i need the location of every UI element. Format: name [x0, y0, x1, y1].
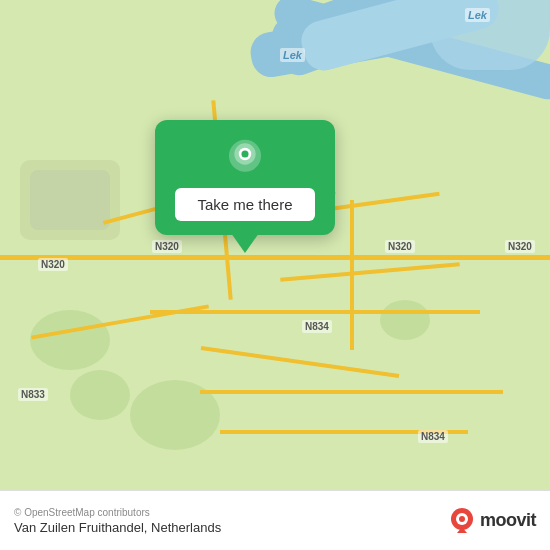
- map-container: Lek Lek N320 N320 N320 N320 N834 N834 N8…: [0, 0, 550, 490]
- location-name: Van Zuilen Fruithandel, Netherlands: [14, 520, 221, 535]
- road-label-n834-center: N834: [302, 320, 332, 333]
- lek-label-top: Lek: [280, 48, 305, 62]
- road-n320-h2: [150, 310, 480, 314]
- moovit-text: moovit: [480, 510, 536, 531]
- take-me-there-button[interactable]: Take me there: [175, 188, 315, 221]
- popup-card: Take me there: [155, 120, 335, 235]
- green-area-4: [380, 300, 430, 340]
- bottom-bar: © OpenStreetMap contributors Van Zuilen …: [0, 490, 550, 550]
- road-label-n320-center: N320: [152, 240, 182, 253]
- road-label-n320-right: N320: [385, 240, 415, 253]
- lek-label-right: Lek: [465, 8, 490, 22]
- road-label-n833: N833: [18, 388, 48, 401]
- moovit-logo: moovit: [448, 507, 536, 535]
- urban-cluster: [30, 170, 110, 230]
- location-pin-icon: [225, 138, 265, 178]
- svg-point-7: [459, 516, 465, 522]
- road-label-n834-bottom: N834: [418, 430, 448, 443]
- road-n834-h: [200, 390, 503, 394]
- green-area-2: [70, 370, 130, 420]
- green-area-1: [30, 310, 110, 370]
- moovit-icon: [448, 507, 476, 535]
- road-n320-horizontal: [0, 255, 550, 260]
- road-label-n320-left: N320: [38, 258, 68, 271]
- road-label-n320-far-right: N320: [505, 240, 535, 253]
- svg-point-3: [241, 150, 248, 157]
- osm-credit: © OpenStreetMap contributors: [14, 507, 221, 518]
- bottom-left-info: © OpenStreetMap contributors Van Zuilen …: [14, 507, 221, 535]
